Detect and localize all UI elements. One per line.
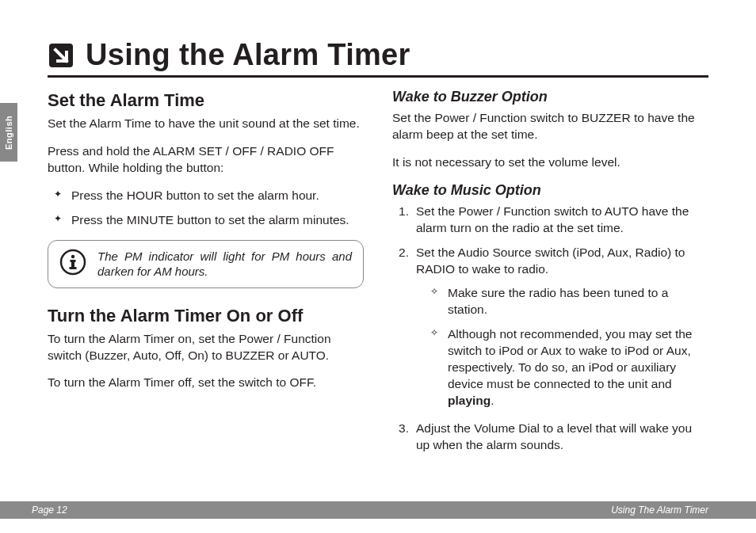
list-item: Adjust the Volume Dial to a level that w… <box>399 421 708 454</box>
heading-set-alarm-time: Set the Alarm Time <box>48 90 364 111</box>
svg-rect-5 <box>70 267 77 269</box>
paragraph: Set the Power / Function switch to BUZZE… <box>392 110 708 143</box>
svg-rect-4 <box>71 260 74 268</box>
list-item: Although not recommended, you may set th… <box>430 326 708 409</box>
text: . <box>491 394 494 407</box>
svg-point-2 <box>71 255 74 258</box>
text-bold: playing <box>448 394 491 407</box>
paragraph: To turn the Alarm Timer on, set the Powe… <box>48 331 364 364</box>
numbered-list: Set the Power / Function switch to AUTO … <box>399 204 708 454</box>
title-row: Using the Alarm Timer <box>48 38 708 78</box>
paragraph: It is not necessary to set the volume le… <box>392 154 708 171</box>
footer-page-number: Page 12 <box>32 504 67 516</box>
content-columns: Set the Alarm Time Set the Alarm Time to… <box>48 87 708 465</box>
paragraph: Press and hold the ALARM SET / OFF / RAD… <box>48 143 364 177</box>
heading-turn-on-off: Turn the Alarm Timer On or Off <box>48 306 364 326</box>
paragraph: To turn the Alarm Timer off, set the swi… <box>48 375 364 391</box>
list-item: Press the HOUR button to set the alarm h… <box>54 188 364 204</box>
page-footer: Page 12 Using The Alarm Timer <box>0 501 756 519</box>
manual-page: English Using the Alarm Timer Set the Al… <box>0 0 756 533</box>
arrow-down-right-icon <box>48 42 74 69</box>
info-text: The PM indicator will light for PM hours… <box>97 249 352 280</box>
list-item: Set the Power / Function switch to AUTO … <box>399 204 708 237</box>
left-column: Set the Alarm Time Set the Alarm Time to… <box>48 87 364 465</box>
info-icon <box>59 249 86 279</box>
language-tab: English <box>0 103 17 162</box>
list-item: Set the Audio Source switch (iPod, Aux, … <box>399 245 708 409</box>
list-item: Press the MINUTE button to set the alarm… <box>54 212 364 229</box>
right-column: Wake to Buzzer Option Set the Power / Fu… <box>392 87 708 465</box>
page-title: Using the Alarm Timer <box>86 38 410 72</box>
text: Although not recommended, you may set th… <box>448 327 692 390</box>
sub-list: Make sure the radio has been tuned to a … <box>430 285 708 409</box>
heading-wake-music: Wake to Music Option <box>392 182 708 199</box>
language-label: English <box>4 115 13 149</box>
paragraph: Set the Alarm Time to have the unit soun… <box>48 116 364 132</box>
list-item-text: Set the Audio Source switch (iPod, Aux, … <box>416 246 685 276</box>
bullet-list: Press the HOUR button to set the alarm h… <box>54 188 364 229</box>
footer-section-title: Using The Alarm Timer <box>611 504 708 516</box>
list-item: Make sure the radio has been tuned to a … <box>430 285 708 318</box>
info-callout: The PM indicator will light for PM hours… <box>48 240 364 288</box>
heading-wake-buzzer: Wake to Buzzer Option <box>392 89 708 105</box>
